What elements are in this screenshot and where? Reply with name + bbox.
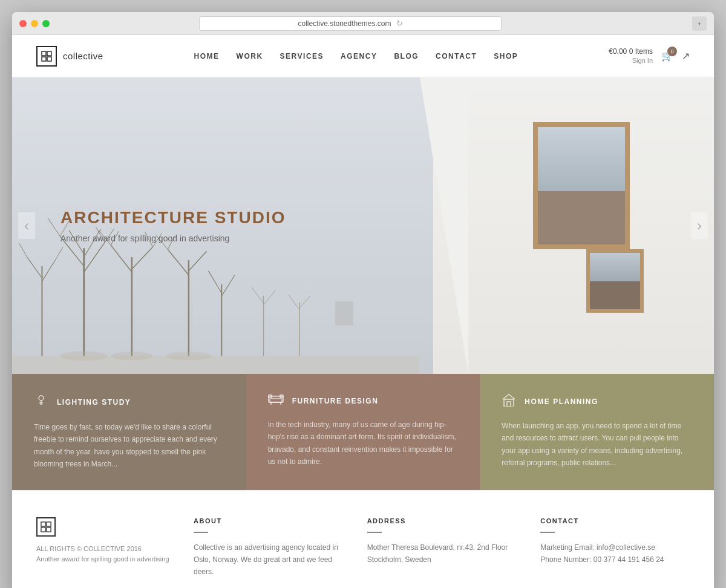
hero-subtitle: Another award for spilling good in adver…: [60, 234, 286, 243]
svg-rect-0: [42, 51, 46, 56]
svg-rect-3: [47, 57, 51, 61]
reload-icon[interactable]: ↻: [396, 19, 403, 28]
site-content: collective HOME WORK SERVICES AGENCY BLO…: [12, 35, 714, 588]
furniture-icon: [268, 393, 284, 409]
service-card-header-home: HOME PLANNING: [502, 393, 692, 410]
service-card-lighting: LIGHTING STUDY Time goes by fast, so tod…: [12, 374, 246, 490]
nav-services[interactable]: SERVICES: [280, 52, 324, 60]
logo-icon: [36, 46, 57, 67]
distant-structure: [335, 301, 353, 325]
footer-about-divider: [194, 532, 208, 533]
sign-in-link[interactable]: Sign In: [632, 56, 653, 65]
service-cards: LIGHTING STUDY Time goes by fast, so tod…: [12, 374, 714, 490]
cart-badge: 0: [667, 47, 677, 56]
footer-copyright: ALL RIGHTS © COLLECTIVE 2016 Another awa…: [36, 544, 169, 565]
building-window-small: [586, 249, 644, 313]
browser-window: collective.stonedthemes.com ↻ + collecti…: [12, 12, 714, 588]
hero-content: ARCHITECTURE STUDIO Another award for sp…: [60, 208, 286, 243]
new-tab-button[interactable]: +: [692, 16, 707, 31]
cart-info: €0.00 0 Items Sign In: [609, 47, 653, 65]
footer-contact-col: CONTACT Marketing Email: info@collective…: [540, 517, 690, 578]
nav-shop[interactable]: SHOP: [494, 52, 518, 60]
wall-corner: [420, 77, 468, 374]
svg-rect-1: [47, 51, 51, 56]
nav-agency[interactable]: AGENCY: [341, 52, 377, 60]
svg-rect-55: [41, 521, 45, 526]
cart-amount: €0.00 0 Items: [609, 47, 653, 57]
logo-text: collective: [63, 51, 103, 61]
header-right: €0.00 0 Items Sign In 🛒 0 ↗: [609, 47, 690, 65]
site-footer: ALL RIGHTS © COLLECTIVE 2016 Another awa…: [12, 490, 714, 588]
home-icon: [502, 393, 516, 410]
nav-contact[interactable]: CONTACT: [436, 52, 477, 60]
service-card-header-furniture: FURNITURE DESIGN: [268, 393, 459, 409]
hero-slider: ARCHITECTURE STUDIO Another award for sp…: [12, 77, 714, 374]
svg-rect-58: [47, 527, 51, 531]
svg-rect-54: [507, 402, 511, 407]
svg-rect-53: [504, 399, 514, 407]
svg-rect-57: [41, 527, 45, 531]
service-title-furniture: FURNITURE DESIGN: [292, 397, 379, 405]
traffic-lights: [19, 20, 50, 27]
maximize-button[interactable]: [42, 20, 50, 27]
service-card-header-lighting: LIGHTING STUDY: [34, 393, 224, 411]
footer-about-text: Collective is an advertising agency loca…: [194, 541, 343, 578]
service-card-furniture: FURNITURE DESIGN In the tech industry, m…: [246, 374, 480, 490]
site-header: collective HOME WORK SERVICES AGENCY BLO…: [12, 35, 714, 77]
hero-title: ARCHITECTURE STUDIO: [60, 208, 286, 227]
close-button[interactable]: [19, 20, 27, 27]
main-nav: HOME WORK SERVICES AGENCY BLOG CONTACT S…: [194, 52, 518, 60]
logo[interactable]: collective: [36, 46, 103, 67]
footer-brand: ALL RIGHTS © COLLECTIVE 2016 Another awa…: [36, 517, 169, 578]
slider-next-button[interactable]: ›: [691, 212, 708, 239]
service-desc-home: When launching an app, you need to spend…: [502, 420, 692, 469]
svg-rect-48: [270, 399, 282, 402]
footer-address-text: Mother Theresa Boulevard, nr.43, 2nd Flo…: [367, 541, 517, 566]
svg-rect-56: [47, 521, 51, 526]
footer-about-title: ABOUT: [194, 517, 343, 524]
address-bar[interactable]: collective.stonedthemes.com ↻: [199, 16, 502, 31]
footer-contact-phone: Phone Number: 00 377 44 191 456 24: [540, 554, 690, 566]
footer-about-col: ABOUT Collective is an advertising agenc…: [194, 517, 343, 578]
lighting-icon: [34, 393, 48, 411]
footer-logo-icon: [36, 517, 56, 537]
slider-prev-button[interactable]: ‹: [18, 212, 35, 239]
footer-contact-email: Marketing Email: info@collective.se: [540, 541, 690, 554]
share-icon[interactable]: ↗: [682, 50, 690, 62]
svg-rect-2: [42, 57, 46, 61]
minimize-button[interactable]: [31, 20, 38, 27]
service-card-home: HOME PLANNING When launching an app, you…: [480, 374, 714, 490]
service-desc-furniture: In the tech industry, many of us came of…: [268, 419, 459, 468]
service-title-lighting: LIGHTING STUDY: [57, 398, 131, 407]
footer-contact-title: CONTACT: [540, 517, 690, 524]
cart-button[interactable]: 🛒 0: [661, 50, 673, 62]
footer-address-col: ADDRESS Mother Theresa Boulevard, nr.43,…: [367, 517, 517, 578]
building-window-large: [533, 122, 630, 249]
footer-contact-divider: [540, 532, 555, 533]
browser-chrome: collective.stonedthemes.com ↻ +: [12, 12, 714, 35]
nav-blog[interactable]: BLOG: [394, 52, 419, 60]
footer-address-title: ADDRESS: [367, 517, 517, 524]
url-text: collective.stonedthemes.com: [298, 19, 391, 28]
nav-work[interactable]: WORK: [237, 52, 263, 60]
svg-point-43: [39, 396, 44, 400]
service-title-home: HOME PLANNING: [525, 397, 598, 406]
footer-address-divider: [367, 532, 382, 533]
nav-home[interactable]: HOME: [194, 52, 220, 60]
service-desc-lighting: Time goes by fast, so today we'd like to…: [34, 421, 224, 471]
